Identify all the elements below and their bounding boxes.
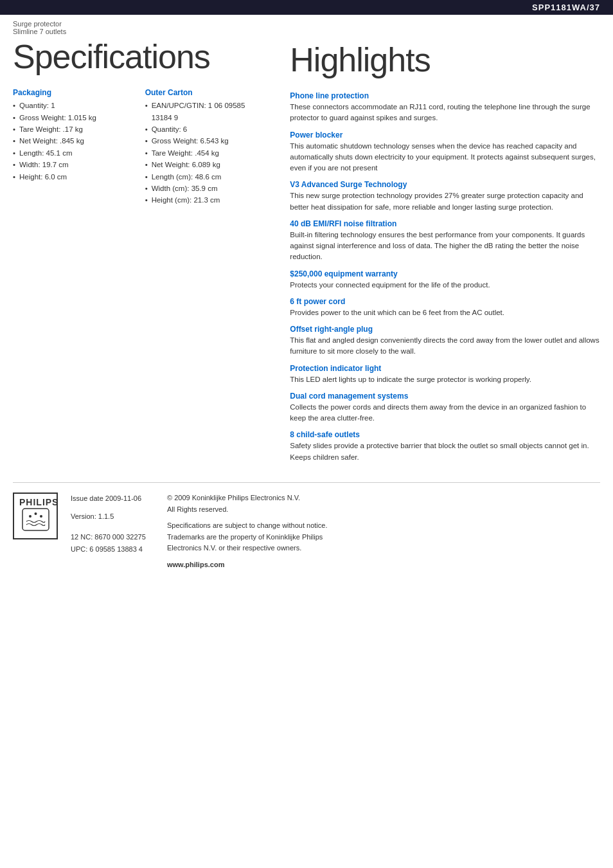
outer-carton-section: Outer Carton EAN/UPC/GTIN: 1 06 09585 13… [145,88,265,206]
header-bar: SPP1181WA/37 [0,0,613,15]
footer-details: Issue date 2009-11-06 Version: 1.1.5 12 … [71,493,600,571]
right-column: Highlights Phone line protection These c… [277,35,600,469]
specs-two-col: Packaging Quantity: 1 Gross Weight: 1.01… [13,88,264,206]
philips-emblem [19,507,51,535]
main-content: Specifications Packaging Quantity: 1 Gro… [0,35,613,469]
product-info: Surge protector Slimline 7 outlets [0,15,613,35]
highlight-desc-1: This automatic shutdown technology sense… [290,141,600,174]
packaging-section: Packaging Quantity: 1 Gross Weight: 1.01… [13,88,132,206]
footer-logo: PHILIPS [13,493,58,539]
highlight-desc-3: Built-in filtering technology ensures th… [290,230,600,263]
highlight-title-0: Phone line protection [290,91,600,100]
nc-row: 12 NC: 8670 000 32275 [71,531,154,544]
highlight-desc-2: This new surge protection technology pro… [290,190,600,213]
outer-carton-list: EAN/UPC/GTIN: 1 06 09585 13184 9 Quantit… [145,100,265,206]
list-item: Net Weight: 6.089 kg [145,159,265,170]
list-item: Tare Weight: .454 kg [145,147,265,159]
highlight-desc-6: This flat and angled design conveniently… [290,335,600,357]
packaging-list: Quantity: 1 Gross Weight: 1.015 kg Tare … [13,100,132,183]
list-item: Width (cm): 35.9 cm [145,183,265,194]
highlight-item-4: $250,000 equipment warranty Protects you… [290,269,600,291]
highlight-title-2: V3 Advanced Surge Technology [290,180,600,189]
list-item: Tare Weight: .17 kg [13,123,132,135]
upc-label: UPC: [71,545,87,553]
highlight-item-2: V3 Advanced Surge Technology This new su… [290,180,600,213]
nc-value: 8670 000 32275 [94,533,146,541]
highlight-title-7: Protection indicator light [290,364,600,373]
svg-point-1 [34,512,37,515]
left-column: Specifications Packaging Quantity: 1 Gro… [13,35,277,469]
list-item: EAN/UPC/GTIN: 1 06 09585 13184 9 [145,100,265,123]
product-type: Surge protector [13,20,600,28]
svg-point-2 [29,515,31,518]
highlight-title-1: Power blocker [290,131,600,140]
issue-date-value: 2009-11-06 [105,494,141,502]
highlight-item-3: 40 dB EMI/RFI noise filtration Built-in … [290,219,600,263]
right-col-inner: Highlights Phone line protection These c… [290,35,600,463]
highlight-item-9: 8 child-safe outlets Safety slides provi… [290,430,600,463]
outer-carton-header: Outer Carton [145,88,265,97]
product-code: SPP1181WA/37 [532,3,600,12]
footer: PHILIPS Issue date 2009-11-06 Vers [13,482,600,581]
highlight-desc-9: Safety slides provide a protective barri… [290,440,600,463]
version-row: Version: 1.1.5 [71,511,154,523]
highlight-desc-4: Protects your connected equipment for th… [290,280,600,291]
list-item: Height: 6.0 cm [13,171,132,183]
svg-point-3 [40,515,42,518]
notice-text: Specifications are subject to change wit… [167,520,600,554]
highlight-title-8: Dual cord management systems [290,392,600,401]
highlight-item-8: Dual cord management systems Collects th… [290,392,600,424]
version-label: Version: [71,512,96,520]
highlight-title-3: 40 dB EMI/RFI noise filtration [290,219,600,228]
product-name: Slimline 7 outlets [13,28,600,35]
packaging-header: Packaging [13,88,132,97]
website-link[interactable]: www.philips.com [167,559,600,571]
copyright-text: © 2009 Koninklijke Philips Electronics N… [167,493,600,515]
footer-left: Issue date 2009-11-06 Version: 1.1.5 12 … [71,493,154,571]
highlight-item-6: Offset right-angle plug This flat and an… [290,325,600,357]
list-item: Height (cm): 21.3 cm [145,194,265,206]
highlight-title-5: 6 ft power cord [290,297,600,306]
list-item: Net Weight: .845 kg [13,135,132,147]
highlight-title-6: Offset right-angle plug [290,325,600,334]
highlight-title-4: $250,000 equipment warranty [290,269,600,278]
list-item: Length: 45.1 cm [13,147,132,159]
nc-label: 12 NC: [71,533,93,541]
philips-text: PHILIPS [19,497,51,507]
highlight-item-1: Power blocker This automatic shutdown te… [290,131,600,174]
issue-date-row: Issue date 2009-11-06 [71,493,154,505]
philips-shield-icon [21,507,50,532]
issue-label: Issue date [71,494,103,502]
highlight-desc-0: These connectors accommodate an RJ11 cor… [290,102,600,124]
specifications-title: Specifications [13,39,264,75]
highlight-desc-8: Collects the power cords and directs the… [290,402,600,424]
list-item: Quantity: 6 [145,123,265,135]
list-item: Width: 19.7 cm [13,159,132,170]
highlight-item-7: Protection indicator light This LED aler… [290,364,600,385]
upc-value: 6 09585 13883 4 [89,545,143,553]
list-item: Gross Weight: 1.015 kg [13,112,132,123]
highlight-desc-5: Provides power to the unit which can be … [290,307,600,318]
footer-right: © 2009 Koninklijke Philips Electronics N… [167,493,600,571]
list-item: Quantity: 1 [13,100,132,111]
upc-row: UPC: 6 09585 13883 4 [71,543,154,556]
svg-rect-0 [22,509,49,530]
list-item: Length (cm): 48.6 cm [145,171,265,183]
highlight-item-0: Phone line protection These connectors a… [290,91,600,124]
highlights-title: Highlights [290,42,600,78]
version-value: 1.1.5 [98,512,114,520]
highlight-desc-7: This LED alert lights up to indicate the… [290,374,600,385]
philips-logo-box: PHILIPS [13,493,58,539]
list-item: Gross Weight: 6.543 kg [145,135,265,147]
highlight-title-9: 8 child-safe outlets [290,430,600,439]
highlight-item-5: 6 ft power cord Provides power to the un… [290,297,600,318]
